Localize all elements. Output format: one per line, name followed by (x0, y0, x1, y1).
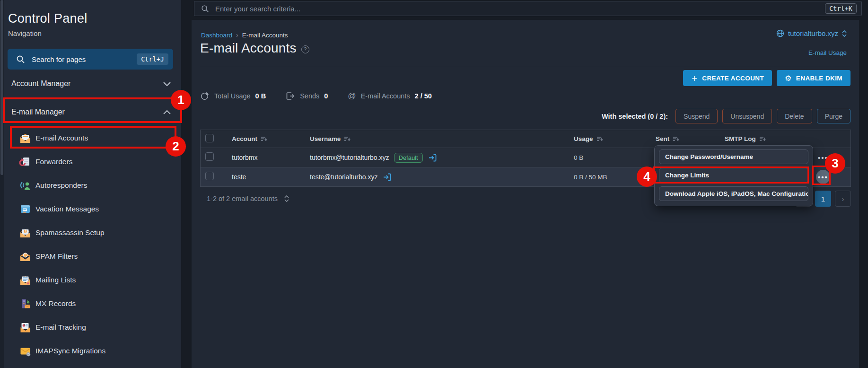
menu-item-change-password[interactable]: Change Password/Username (659, 149, 808, 164)
stat-value: 2 / 50 (415, 92, 432, 100)
current-page-button[interactable]: 1 (815, 191, 831, 207)
purge-button[interactable]: Purge (817, 109, 850, 123)
sidebar-item-forwarders[interactable]: Forwarders (0, 150, 181, 174)
row-actions-menu-button[interactable]: ••• (816, 170, 830, 184)
plus-icon: + (691, 74, 698, 83)
control-panel-screen: Control Panel Navigation Search for page… (0, 0, 868, 368)
menu-item-download-apple-config[interactable]: Download Apple iOS, iPadOS, Mac Configur… (659, 186, 808, 201)
column-label: Account (232, 135, 257, 142)
search-icon (201, 5, 209, 13)
sort-icon (673, 136, 679, 142)
domain-selector[interactable]: tutorialturbo.xyz (776, 29, 847, 37)
stat-label: Sends (300, 92, 319, 100)
column-header-account[interactable]: Account (227, 135, 305, 142)
sort-icon (759, 136, 766, 142)
column-header-sent[interactable]: Sent (651, 135, 720, 142)
sidebar-item-label: E-mail Accounts (35, 134, 88, 142)
sidebar-search-label: Search for pages (32, 55, 130, 63)
username-cell: teste@tutorialturbo.xyz (305, 172, 569, 182)
chevron-up-icon (163, 110, 171, 114)
sidebar-item-label: E-mail Tracking (35, 323, 86, 332)
sidebar-item-spam-filters[interactable]: SPAM Filters (0, 245, 181, 268)
page-title-row: E-mail Accounts ? (200, 41, 309, 56)
row-checkbox[interactable] (205, 152, 214, 161)
sidebar-item-label: IMAPSync Migrations (35, 347, 105, 355)
results-count-text: 1-2 of 2 email accounts (207, 195, 278, 202)
next-page-button[interactable]: › (835, 191, 851, 207)
stat-value: 0 B (255, 92, 266, 100)
gear-icon: ⚙ (785, 74, 792, 83)
webmail-login-icon[interactable] (428, 153, 438, 163)
default-badge: Default (394, 153, 423, 163)
vacation-messages-icon (19, 203, 32, 216)
breadcrumb-separator: › (236, 31, 238, 39)
breadcrumb-dashboard-link[interactable]: Dashboard (201, 32, 232, 39)
stat-total-usage: Total Usage 0 B (200, 91, 266, 101)
username-text: teste@tutorialturbo.xyz (310, 173, 377, 181)
spam-filters-icon (19, 250, 32, 263)
sidebar: Control Panel Navigation Search for page… (0, 0, 181, 368)
sidebar-item-email-accounts[interactable]: E-mail Accounts (0, 126, 181, 150)
column-label: Sent (656, 135, 669, 142)
unsuspend-button[interactable]: Unsuspend (722, 109, 772, 123)
autoresponders-icon (19, 179, 32, 192)
email-tracking-icon (19, 321, 32, 334)
webmail-login-icon[interactable] (382, 172, 392, 182)
with-selected-label: With selected (0 / 2): (602, 113, 668, 120)
column-header-smtp-log[interactable]: SMTP Log (720, 135, 796, 142)
suspend-button[interactable]: Suspend (675, 109, 718, 123)
sidebar-item-label: Vacation Messages (35, 205, 99, 213)
column-header-usage[interactable]: Usage (569, 135, 651, 142)
menu-item-change-limits[interactable]: Change Limits (659, 168, 808, 183)
sort-icon (596, 136, 603, 142)
account-cell: teste (227, 173, 305, 181)
sidebar-item-autoresponders[interactable]: Autoresponders (0, 174, 181, 197)
create-account-button[interactable]: + CREATE ACCOUNT (683, 70, 772, 86)
domain-name: tutorialturbo.xyz (788, 29, 838, 37)
row-checkbox[interactable] (205, 172, 214, 180)
global-search-input[interactable] (215, 5, 819, 13)
ellipsis-icon: ••• (818, 173, 828, 181)
sidebar-item-label: MX Records (35, 299, 76, 308)
sidebar-item-spamassassin-setup[interactable]: Spamassassin Setup (0, 221, 181, 245)
sidebar-item-mailing-lists[interactable]: Mailing Lists (0, 268, 181, 292)
app-title: Control Panel (8, 11, 88, 26)
account-cell: tutorbmx (227, 154, 305, 161)
username-text: tutorbmx@tutorialturbo.xyz (310, 154, 389, 161)
updown-chevrons-icon (842, 30, 847, 37)
sidebar-item-vacation-messages[interactable]: Vacation Messages (0, 197, 181, 221)
sidebar-item-email-tracking[interactable]: E-mail Tracking (0, 315, 181, 339)
help-icon[interactable]: ? (301, 45, 309, 53)
stats-row: Total Usage 0 B Sends 0 @ E-mail Account… (200, 89, 432, 103)
stat-email-accounts: @ E-mail Accounts 2 / 50 (348, 91, 432, 101)
sidebar-search[interactable]: Search for pages Ctrl+J (8, 49, 173, 70)
spamassassin-setup-icon (19, 227, 32, 239)
updown-chevrons-icon[interactable] (284, 195, 289, 202)
pie-chart-icon (200, 91, 210, 101)
column-header-username[interactable]: Username (305, 135, 569, 142)
select-all-checkbox[interactable] (205, 134, 214, 142)
row-actions-menu-button[interactable]: ••• (818, 154, 828, 162)
username-cell: tutorbmx@tutorialturbo.xyz Default (305, 153, 569, 163)
sidebar-section-email-manager[interactable]: E-mail Manager (0, 100, 181, 124)
topbar: Ctrl+K (181, 0, 868, 17)
sort-icon (344, 136, 351, 142)
stat-label: E-mail Accounts (361, 92, 410, 100)
enable-dkim-button[interactable]: ⚙ ENABLE DKIM (777, 70, 850, 86)
column-label: Username (310, 135, 341, 142)
action-buttons: + CREATE ACCOUNT ⚙ ENABLE DKIM (683, 70, 850, 86)
global-search-shortcut: Ctrl+K (825, 3, 857, 14)
sidebar-item-imapsync-migrations[interactable]: IMAPSync Migrations (0, 339, 181, 363)
at-icon: @ (348, 91, 356, 101)
sidebar-item-label: Forwarders (35, 158, 72, 166)
email-accounts-icon (19, 132, 32, 145)
sidebar-item-mx-records[interactable]: MX Records (0, 292, 181, 315)
delete-button[interactable]: Delete (777, 109, 812, 123)
app-subtitle: Navigation (8, 29, 42, 37)
send-icon (286, 92, 295, 100)
sidebar-section-account-manager[interactable]: Account Manager (0, 72, 181, 96)
email-usage-link[interactable]: E-mail Usage (808, 49, 847, 56)
section-label: Account Manager (11, 79, 163, 88)
global-search[interactable]: Ctrl+K (194, 1, 862, 16)
sidebar-search-shortcut: Ctrl+J (137, 53, 168, 65)
